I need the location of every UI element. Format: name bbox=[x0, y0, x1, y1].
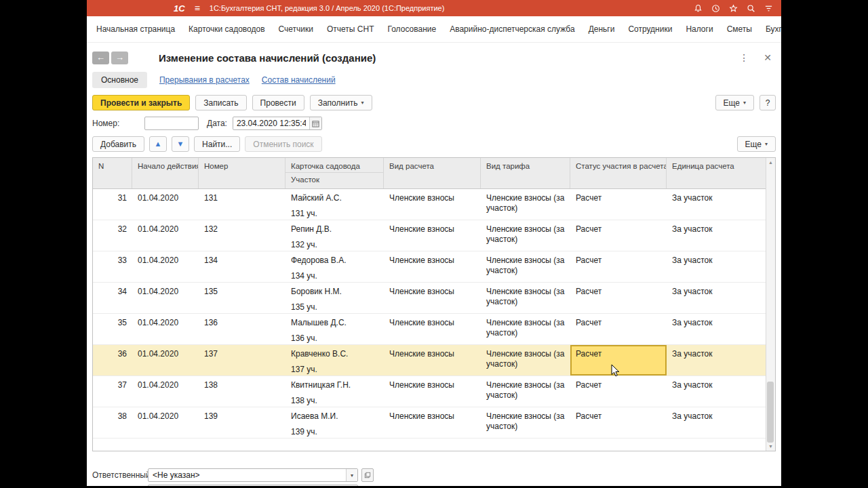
scrollbar-thumb[interactable] bbox=[767, 382, 774, 443]
table-row[interactable]: 34 01.04.2020 135 Боровик Н.М. 135 уч. Ч… bbox=[93, 283, 766, 314]
menubar-item[interactable]: Деньги bbox=[582, 24, 622, 34]
bell-icon[interactable] bbox=[694, 4, 703, 13]
chevron-down-icon: ▾ bbox=[743, 100, 746, 106]
menubar-item[interactable]: Начальная страница bbox=[90, 24, 182, 34]
menubar: Начальная страница Карточки садоводов Сч… bbox=[87, 16, 781, 43]
menubar-item[interactable]: Сотрудники bbox=[621, 24, 679, 34]
window-title: 1С:Бухгалтерия СНТ, редакция 3.0 / Апрел… bbox=[210, 4, 445, 12]
service-menu-icon[interactable] bbox=[764, 4, 773, 13]
forward-button[interactable]: → bbox=[111, 52, 128, 64]
titlebar: 1С ≡ 1С:Бухгалтерия СНТ, редакция 3.0 / … bbox=[87, 0, 781, 16]
arrow-up-icon: ▲ bbox=[155, 140, 162, 148]
menubar-item[interactable]: Голосование bbox=[381, 24, 443, 34]
chevron-down-icon: ▾ bbox=[765, 141, 768, 147]
table-row[interactable]: 31 01.04.2020 131 Майский А.С. 131 уч. Ч… bbox=[93, 189, 766, 220]
add-button[interactable]: Добавить bbox=[92, 136, 144, 152]
arrow-down-icon: ▼ bbox=[177, 140, 184, 148]
arrow-left-icon: ← bbox=[96, 52, 105, 62]
favorites-star-icon[interactable] bbox=[729, 4, 738, 13]
open-button[interactable] bbox=[361, 468, 374, 482]
column-header-card[interactable]: Карточка садовода Участок bbox=[285, 158, 384, 188]
search-icon[interactable] bbox=[747, 4, 755, 13]
table-main: N Начало действия Номер Карточка садовод… bbox=[93, 158, 766, 451]
move-down-button[interactable]: ▼ bbox=[172, 136, 189, 152]
more-button-table[interactable]: Еще▾ bbox=[737, 136, 776, 152]
scroll-up-icon[interactable]: ▲ bbox=[766, 158, 775, 167]
responsible-value: <Не указан> bbox=[149, 470, 346, 480]
responsible-combo[interactable]: <Не указан> ▾ bbox=[148, 468, 358, 482]
menubar-item[interactable]: Карточки садоводов bbox=[182, 24, 271, 34]
column-header-unit[interactable]: Единица расчета bbox=[667, 158, 766, 188]
number-input[interactable] bbox=[144, 117, 199, 130]
menubar-item[interactable]: Бухгалтерия bbox=[759, 24, 781, 34]
date-label: Дата: bbox=[207, 119, 227, 128]
close-icon[interactable]: ✕ bbox=[764, 52, 772, 63]
cancel-search-button[interactable]: Отменить поиск bbox=[245, 136, 321, 152]
back-button[interactable]: ← bbox=[92, 52, 109, 64]
menubar-item[interactable]: Сметы bbox=[720, 24, 759, 34]
menubar-item[interactable]: Налоги bbox=[679, 24, 719, 34]
column-header-n[interactable]: N bbox=[93, 158, 132, 188]
table-body: 31 01.04.2020 131 Майский А.С. 131 уч. Ч… bbox=[93, 189, 766, 439]
tab-interruptions[interactable]: Прерывания в расчетах bbox=[159, 75, 250, 85]
table-row[interactable]: 35 01.04.2020 136 Малышев Д.С. 136 уч. Ч… bbox=[93, 314, 766, 345]
table-row[interactable]: 32 01.04.2020 132 Репин Д.В. 132 уч. Чле… bbox=[93, 220, 766, 251]
menubar-item[interactable]: Счетчики bbox=[272, 24, 320, 34]
app-window: 1С ≡ 1С:Бухгалтерия СНТ, редакция 3.0 / … bbox=[87, 0, 781, 486]
column-header-start[interactable]: Начало действия bbox=[132, 158, 199, 188]
more-button-top[interactable]: Еще▾ bbox=[715, 95, 754, 110]
date-input[interactable] bbox=[233, 117, 309, 129]
chevron-down-icon[interactable]: ▾ bbox=[346, 469, 357, 481]
find-button[interactable]: Найти... bbox=[194, 136, 240, 152]
post-and-close-button[interactable]: Провести и закрыть bbox=[92, 95, 190, 110]
date-field bbox=[233, 117, 322, 130]
history-icon[interactable] bbox=[711, 4, 720, 13]
tab-main[interactable]: Основное bbox=[92, 72, 147, 88]
fill-button[interactable]: Заполнить▾ bbox=[310, 95, 372, 110]
table-row[interactable]: 38 01.04.2020 139 Исаева М.И. 139 уч. Чл… bbox=[93, 407, 766, 439]
table-row[interactable]: 33 01.04.2020 134 Федорова В.А. 134 уч. … bbox=[93, 251, 766, 283]
responsible-label: Ответственный: bbox=[92, 470, 148, 480]
page-title: Изменение состава начислений (создание) bbox=[159, 52, 376, 64]
main-menu-icon[interactable]: ≡ bbox=[195, 3, 200, 13]
titlebar-icons bbox=[694, 4, 773, 13]
document-header: ← → Изменение состава начислений (создан… bbox=[92, 48, 776, 67]
menubar-item[interactable]: Отчеты СНТ bbox=[320, 24, 380, 34]
move-up-button[interactable]: ▲ bbox=[149, 136, 167, 152]
vertical-scrollbar[interactable]: ▲ ▼ bbox=[766, 158, 775, 451]
column-header-tariff[interactable]: Вид тарифа bbox=[481, 158, 570, 188]
kebab-menu-icon[interactable]: ⋮ bbox=[739, 52, 749, 63]
help-button[interactable]: ? bbox=[760, 95, 776, 110]
write-button[interactable]: Записать bbox=[195, 95, 246, 110]
column-header-status[interactable]: Статус участия в расчетах bbox=[570, 158, 667, 188]
fields-row: Номер: Дата: bbox=[92, 116, 776, 131]
number-label: Номер: bbox=[92, 119, 144, 128]
tabs-row: Основное Прерывания в расчетах Состав на… bbox=[92, 71, 776, 89]
1c-logo: 1С bbox=[174, 3, 185, 14]
next-field-partial bbox=[148, 485, 358, 486]
arrow-right-icon: → bbox=[115, 52, 124, 62]
tab-composition[interactable]: Состав начислений bbox=[262, 75, 336, 85]
scroll-down-icon[interactable]: ▼ bbox=[766, 442, 775, 451]
footer-row: Ответственный: <Не указан> ▾ bbox=[92, 468, 776, 483]
post-button[interactable]: Провести bbox=[252, 95, 304, 110]
column-header-number[interactable]: Номер bbox=[199, 158, 285, 188]
column-header-calc-type[interactable]: Вид расчета bbox=[384, 158, 481, 188]
calendar-icon[interactable] bbox=[309, 117, 321, 129]
menubar-item[interactable]: Аварийно-диспетчерская служба bbox=[443, 24, 581, 34]
table-row[interactable]: 37 01.04.2020 138 Квитницкая Г.Н. 138 уч… bbox=[93, 376, 766, 407]
chevron-down-icon: ▾ bbox=[361, 100, 364, 106]
table-row[interactable]: 36 01.04.2020 137 Кравченко В.С. 137 уч.… bbox=[93, 345, 766, 376]
assignments-table: N Начало действия Номер Карточка садовод… bbox=[92, 157, 776, 451]
main-toolbar: Провести и закрыть Записать Провести Зап… bbox=[92, 95, 776, 110]
table-header: N Начало действия Номер Карточка садовод… bbox=[93, 158, 766, 189]
table-toolbar: Добавить ▲ ▼ Найти... Отменить поиск Еще… bbox=[92, 136, 776, 152]
